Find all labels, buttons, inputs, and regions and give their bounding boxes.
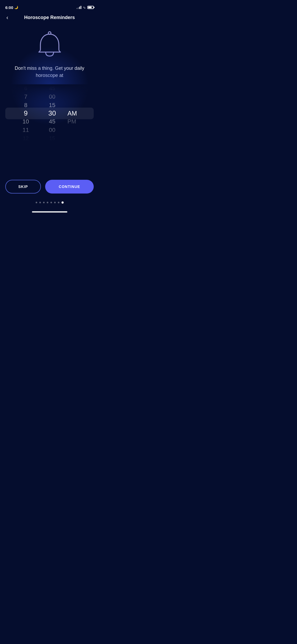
signal-bar-2 <box>78 7 79 9</box>
hour-item[interactable]: 11 <box>13 126 39 134</box>
wifi-icon: ∿ <box>83 6 86 10</box>
minute-selected[interactable]: 30 <box>39 109 65 117</box>
signal-bar-3 <box>79 7 80 9</box>
minute-item[interactable]: 45 <box>39 84 65 93</box>
dot-7 <box>58 202 59 203</box>
signal-bar-4 <box>81 6 81 9</box>
minute-item[interactable]: 00 <box>39 93 65 101</box>
minute-item[interactable]: 15 <box>39 134 65 142</box>
minute-item[interactable]: 00 <box>39 126 65 134</box>
ampm-column[interactable]: AM PM <box>65 84 87 142</box>
picker-columns: 6 7 8 9 10 11 12 45 00 15 30 45 00 15 AM… <box>0 84 99 142</box>
home-indicator <box>32 211 67 213</box>
header: ‹ Horoscope Reminders <box>0 13 99 22</box>
minute-item[interactable]: 15 <box>39 101 65 109</box>
back-button[interactable]: ‹ <box>4 13 10 22</box>
page-title: Horoscope Reminders <box>24 15 75 20</box>
hour-item[interactable]: 8 <box>13 101 39 109</box>
time-picker[interactable]: 6 7 8 9 10 11 12 45 00 15 30 45 00 15 AM… <box>0 84 99 142</box>
hour-item[interactable]: 7 <box>13 93 39 101</box>
status-icons: ∿ <box>77 6 94 10</box>
bell-icon <box>36 30 63 59</box>
minute-item[interactable]: 45 <box>39 118 65 126</box>
status-time: 6:00 🌙 <box>5 5 18 10</box>
hours-column[interactable]: 6 7 8 9 10 11 12 <box>13 84 39 142</box>
battery-fill <box>88 7 92 8</box>
dot-1 <box>36 202 37 203</box>
status-bar: 6:00 🌙 ∿ <box>0 0 99 12</box>
page-dots <box>0 201 99 204</box>
minutes-column[interactable]: 45 00 15 30 45 00 15 <box>39 84 65 142</box>
hour-selected[interactable]: 9 <box>13 109 39 117</box>
hour-item[interactable]: 12 <box>13 134 39 142</box>
dot-8-active <box>62 201 64 204</box>
bottom-buttons: SKIP CONTINUE <box>5 180 94 194</box>
signal-bar-1 <box>77 8 77 9</box>
dot-5 <box>50 202 52 203</box>
dot-3 <box>43 202 45 203</box>
dot-2 <box>39 202 41 203</box>
signal-icon <box>77 6 81 9</box>
am-selected[interactable]: AM <box>68 109 77 117</box>
battery-icon <box>87 6 94 9</box>
skip-button[interactable]: SKIP <box>5 180 41 194</box>
dot-4 <box>47 202 48 203</box>
continue-button[interactable]: CONTINUE <box>45 180 94 194</box>
time-display: 6:00 <box>5 5 13 10</box>
bell-container <box>0 30 99 59</box>
dot-6 <box>54 202 56 203</box>
hour-item[interactable]: 6 <box>13 84 39 93</box>
moon-icon: 🌙 <box>14 6 18 9</box>
pm-item[interactable]: PM <box>68 118 76 126</box>
hour-item[interactable]: 10 <box>13 118 39 126</box>
subtitle-text: Don't miss a thing. Get your daily horos… <box>0 65 99 79</box>
